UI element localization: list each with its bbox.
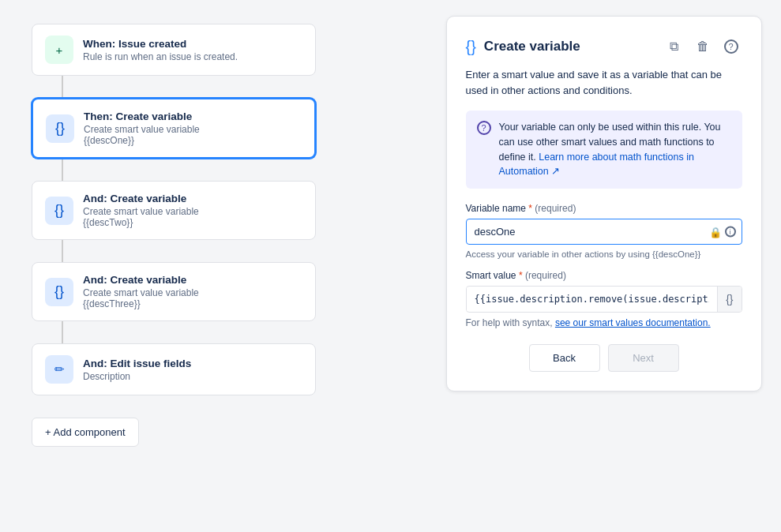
card-title-group: {} Create variable — [466, 38, 580, 56]
card-actions: ⧉ 🗑 ? — [663, 36, 742, 58]
action-label-2: And: Create variable — [83, 193, 199, 204]
action-item-4[interactable]: ✏ And: Edit issue fields Description — [32, 343, 316, 395]
help-button[interactable]: ? — [720, 36, 742, 58]
next-button[interactable]: Next — [608, 344, 679, 372]
variable-name-input[interactable] — [466, 219, 742, 245]
delete-icon: 🗑 — [697, 39, 709, 54]
left-panel: + When: Issue created Rule is run when a… — [0, 0, 426, 532]
help-circle-icon: ? — [724, 39, 738, 54]
trigger-description: Rule is run when an issue is created. — [83, 51, 238, 62]
edit-fields-icon: ✏ — [45, 355, 73, 384]
add-component-button[interactable]: + Add component — [32, 418, 139, 447]
info-text: Your variable can only be used within th… — [499, 120, 731, 179]
smart-value-input[interactable] — [467, 287, 718, 311]
lock-icon: 🔒 — [709, 226, 722, 238]
create-var-icon-1: {} — [46, 114, 74, 143]
input-icons: 🔒 i — [709, 226, 736, 238]
card-description: Enter a smart value and save it as a var… — [466, 67, 742, 98]
action-label-1: Then: Create variable — [84, 111, 200, 122]
connector-3 — [62, 240, 63, 262]
card-footer: Back Next — [466, 344, 742, 372]
action-text-3: And: Create variable Create smart value … — [83, 274, 199, 309]
right-panel: {} Create variable ⧉ 🗑 ? Enter a smart v… — [426, 0, 781, 532]
action-desc-3: Create smart value variable {{descThree}… — [83, 287, 199, 309]
connector-2 — [62, 159, 63, 181]
action-text-2: And: Create variable Create smart value … — [83, 193, 199, 228]
create-var-icon-3: {} — [45, 278, 73, 306]
action-desc-4: Description — [83, 371, 191, 382]
smart-value-label: Smart value * (required) — [466, 270, 742, 281]
action-item-1[interactable]: {} Then: Create variable Create smart va… — [32, 98, 316, 159]
create-variable-card: {} Create variable ⧉ 🗑 ? Enter a smart v… — [446, 16, 762, 392]
copy-button[interactable]: ⧉ — [663, 36, 685, 58]
smart-value-insert-button[interactable]: {} — [717, 287, 741, 312]
variable-name-access-hint: Access your variable in other actions by… — [466, 249, 742, 259]
action-item-3[interactable]: {} And: Create variable Create smart val… — [32, 262, 316, 321]
card-header: {} Create variable ⧉ 🗑 ? — [466, 36, 742, 58]
action-item-2[interactable]: {} And: Create variable Create smart val… — [32, 181, 316, 240]
connector-1 — [62, 76, 63, 98]
add-component-label: + Add component — [45, 426, 126, 438]
info-icon: i — [725, 226, 736, 237]
card-title: Create variable — [484, 39, 580, 54]
smart-values-docs-link[interactable]: see our smart values documentation. — [555, 317, 711, 328]
trigger-item[interactable]: + When: Issue created Rule is run when a… — [32, 24, 316, 76]
create-var-icon-2: {} — [45, 197, 73, 225]
connector-4 — [62, 321, 63, 343]
card-title-icon: {} — [466, 38, 476, 56]
trigger-icon: + — [45, 36, 73, 64]
action-text-1: Then: Create variable Create smart value… — [84, 111, 200, 146]
info-box: ? Your variable can only be used within … — [466, 111, 742, 189]
action-desc-2: Create smart value variable {{descTwo}} — [83, 206, 199, 228]
delete-button[interactable]: 🗑 — [692, 36, 714, 58]
trigger-label: When: Issue created — [83, 38, 238, 50]
action-text-4: And: Edit issue fields Description — [83, 358, 191, 382]
variable-name-label: Variable name * (required) — [466, 203, 742, 214]
smart-value-wrapper: {} — [466, 286, 742, 313]
back-button[interactable]: Back — [529, 344, 600, 372]
info-question-icon: ? — [477, 121, 491, 135]
action-desc-1: Create smart value variable {{descOne}} — [84, 124, 200, 146]
variable-name-wrapper: 🔒 i — [466, 219, 742, 245]
trigger-text: When: Issue created Rule is run when an … — [83, 38, 238, 62]
action-label-4: And: Edit issue fields — [83, 358, 191, 369]
copy-icon: ⧉ — [670, 39, 678, 54]
action-label-3: And: Create variable — [83, 274, 199, 286]
help-text: For help with syntax, see our smart valu… — [466, 317, 742, 328]
